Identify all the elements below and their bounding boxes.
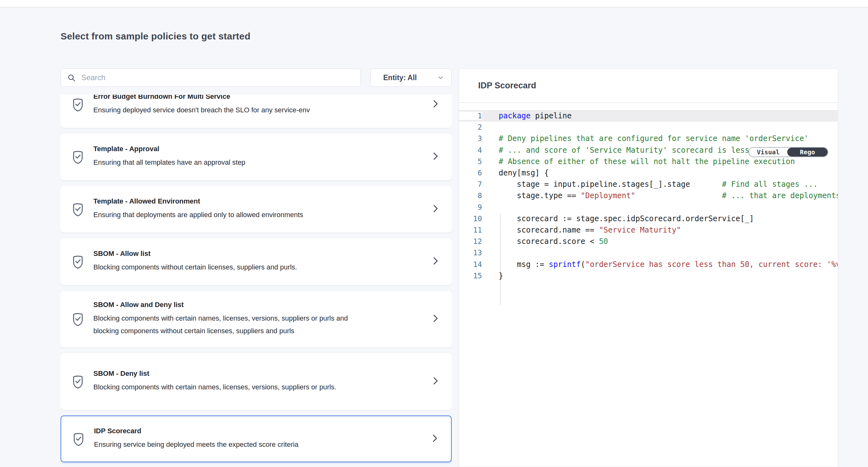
line-number: 6 xyxy=(459,169,482,177)
code-line-12: 12 scorecard.score < 50 xyxy=(459,236,838,247)
line-number: 14 xyxy=(459,260,482,268)
code-seg-com: # Absence of either of these will not ha… xyxy=(499,157,795,166)
line-number: 3 xyxy=(459,135,482,143)
code-line-7: 7 stage = input.pipeline.stages[_].stage… xyxy=(459,179,838,190)
line-number: 10 xyxy=(459,214,482,223)
chevron-right-icon xyxy=(432,314,439,324)
code-seg-num: 50 xyxy=(599,237,608,246)
chevron-right-icon xyxy=(432,434,438,444)
code-seg-pl: msg := xyxy=(499,260,549,269)
search-input[interactable] xyxy=(82,73,354,82)
line-number: 11 xyxy=(459,226,482,234)
code-line-2: 2 xyxy=(459,121,838,133)
code-line-1: 1package pipeline xyxy=(459,110,838,121)
policy-card-description: Blocking components with certain names, … xyxy=(93,312,368,337)
code-line-3: 3# Deny pipelines that are configured fo… xyxy=(459,133,838,144)
code-text: # Deny pipelines that are configured for… xyxy=(482,134,838,143)
policy-card-description: Ensuring that deployments are applied on… xyxy=(93,209,368,221)
policy-card-title: Template - Allowed Environment xyxy=(93,197,426,205)
line-number: 7 xyxy=(459,180,482,188)
code-line-13: 13 xyxy=(459,247,838,258)
policy-card-title: Template - Approval xyxy=(93,145,426,153)
rego-code-editor[interactable]: 1package pipeline23# Deny pipelines that… xyxy=(459,104,838,467)
chevron-right-icon xyxy=(432,256,439,267)
chevron-right-icon xyxy=(432,204,439,214)
code-seg-pl xyxy=(635,191,722,200)
policy-card-text: SBOM - Allow listBlocking components wit… xyxy=(93,250,426,273)
policy-card-text: Error Budget Burndown For Multi ServiceE… xyxy=(93,95,426,116)
shield-check-icon xyxy=(72,432,85,448)
policy-card-text: Template - Allowed EnvironmentEnsuring t… xyxy=(93,197,426,221)
policy-card-description: Ensuring deployed service doesn't breach… xyxy=(93,104,368,116)
code-line-15: 15} xyxy=(459,270,838,282)
policy-card-description: Blocking components without certain lice… xyxy=(93,261,368,273)
code-text: scorecard.score < 50 xyxy=(482,237,838,246)
code-seg-pl: stage = input.pipeline.stages[_].stage xyxy=(499,180,722,189)
code-text: msg := sprintf("orderService has score l… xyxy=(482,260,838,269)
shield-check-icon xyxy=(71,98,85,114)
code-text: package pipeline xyxy=(482,111,838,120)
code-text: # Absence of either of these will not ha… xyxy=(482,157,838,166)
entity-filter-label: Entity: All xyxy=(383,74,417,82)
search-icon xyxy=(67,74,76,82)
code-text: stage = input.pipeline.stages[_].stage #… xyxy=(482,180,838,189)
code-line-6: 6deny[msg] { xyxy=(459,167,838,179)
policy-card-description: Ensuring that all templates have an appr… xyxy=(93,156,368,169)
line-number: 2 xyxy=(459,123,482,131)
code-seg-str: "Service Maturity" xyxy=(599,226,681,234)
code-seg-pl: scorecard.score < xyxy=(499,237,599,246)
policy-card-template-allowed-environment[interactable]: Template - Allowed EnvironmentEnsuring t… xyxy=(61,186,452,233)
policy-card-text: SBOM - Allow and Deny listBlocking compo… xyxy=(93,301,426,337)
code-seg-kw: package xyxy=(499,111,530,120)
code-line-11: 11 scorecard.name == "Service Maturity" xyxy=(459,224,838,236)
code-seg-str: "Deployment" xyxy=(581,191,635,200)
line-number: 13 xyxy=(459,249,482,257)
line-number: 4 xyxy=(459,146,482,154)
code-seg-pl: scorecard := stage.spec.idpScorecard.ord… xyxy=(499,214,754,223)
policy-card-error-budget-burndown-for-multi-service[interactable]: Error Budget Burndown For Multi ServiceE… xyxy=(61,95,452,128)
policy-card-template-approval[interactable]: Template - ApprovalEnsuring that all tem… xyxy=(61,134,452,180)
shield-check-icon xyxy=(71,375,85,391)
shield-check-icon xyxy=(71,255,85,271)
detail-header: IDP Scorecard xyxy=(459,69,838,103)
line-number: 1 xyxy=(459,112,482,120)
code-seg-pl: scorecard.name == xyxy=(499,226,599,234)
detail-title: IDP Scorecard xyxy=(478,81,536,91)
visual-rego-toggle[interactable]: VisualRego xyxy=(748,147,828,157)
code-line-8: 8 stage.type == "Deployment" # ... that … xyxy=(459,190,838,201)
code-line-10: 10 scorecard := stage.spec.idpScorecard.… xyxy=(459,213,838,224)
shield-check-icon xyxy=(71,203,85,218)
policy-card-sbom-deny-list[interactable]: SBOM - Deny listBlocking components with… xyxy=(61,353,452,410)
policy-card-text: IDP ScorecardEnsuring service being depl… xyxy=(94,427,425,451)
code-seg-com: # ... that are deployments xyxy=(722,191,838,200)
policy-card-title: SBOM - Deny list xyxy=(93,370,426,378)
chevron-right-icon xyxy=(432,376,439,387)
search-box[interactable] xyxy=(61,68,361,87)
code-text: scorecard := stage.spec.idpScorecard.ord… xyxy=(482,214,838,223)
policy-card-description: Ensuring service being deployed meets th… xyxy=(94,438,368,451)
code-seg-pl: } xyxy=(499,271,503,280)
code-text: deny[msg] { xyxy=(482,169,838,177)
policy-card-title: SBOM - Allow and Deny list xyxy=(93,301,426,309)
code-seg-pl: stage.type == xyxy=(499,191,581,200)
code-seg-str: "orderService has score less than 50, cu… xyxy=(585,260,838,269)
chevron-right-icon xyxy=(432,151,439,162)
policy-card-text: Template - ApprovalEnsuring that all tem… xyxy=(93,145,426,169)
line-number: 12 xyxy=(459,237,482,245)
policy-card-title: SBOM - Allow list xyxy=(93,250,426,258)
policy-card-sbom-allow-and-deny-list[interactable]: SBOM - Allow and Deny listBlocking compo… xyxy=(61,291,452,347)
policy-card-title: IDP Scorecard xyxy=(94,427,425,435)
chevron-down-icon xyxy=(437,75,444,81)
code-text: } xyxy=(482,271,838,280)
toggle-option-rego[interactable]: Rego xyxy=(787,148,828,156)
code-text: scorecard.name == "Service Maturity" xyxy=(482,226,838,234)
entity-filter-dropdown[interactable]: Entity: All xyxy=(370,68,452,87)
policy-detail-panel: IDP Scorecard 1package pipeline23# Deny … xyxy=(459,68,838,467)
shield-check-icon xyxy=(71,312,85,328)
top-bar xyxy=(0,0,868,7)
policy-card-idp-scorecard[interactable]: IDP ScorecardEnsuring service being depl… xyxy=(61,415,452,462)
policy-card-sbom-allow-list[interactable]: SBOM - Allow listBlocking components wit… xyxy=(61,238,452,285)
line-number: 15 xyxy=(459,272,482,280)
toggle-option-visual[interactable]: Visual xyxy=(749,148,787,156)
code-seg-pl: pipeline xyxy=(530,111,571,120)
